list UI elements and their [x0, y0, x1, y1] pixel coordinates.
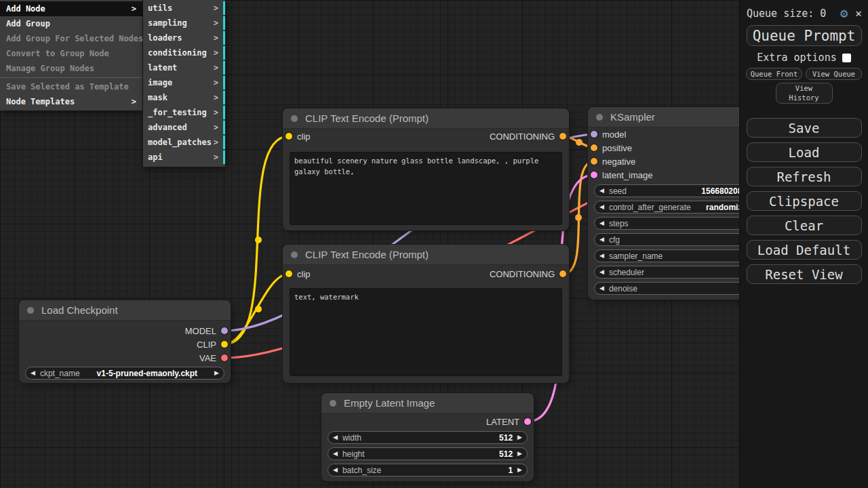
submenu-arrow-icon: >	[214, 18, 218, 28]
widget-scheduler[interactable]: ◀ scheduler ▶	[594, 266, 762, 279]
widget-batch-size[interactable]: ◀ batch_size 1 ▶	[328, 464, 528, 476]
submenu-arrow-icon: >	[132, 97, 136, 106]
add-node-submenu: utils> sampling> loaders> conditioning> …	[143, 0, 225, 167]
node-collapse-dot[interactable]	[596, 114, 603, 121]
widget-seed[interactable]: ◀ seed 1566802087 ▶	[594, 184, 762, 197]
save-button[interactable]: Save	[747, 118, 862, 138]
view-history-button[interactable]: View History	[776, 83, 833, 104]
port-label: LATENT	[486, 417, 519, 427]
node-collapse-dot[interactable]	[291, 115, 298, 122]
conditioning-port-dot[interactable]	[591, 144, 597, 151]
widget-ckpt-name[interactable]: ◀ ckpt_name v1-5-pruned-emaonly.ckpt ▶	[25, 367, 224, 380]
node-empty-latent-image[interactable]: Empty Latent Image LATENT ◀ width 512 ▶ …	[321, 393, 534, 481]
node-collapse-dot[interactable]	[330, 400, 336, 407]
prompt-textarea[interactable]: text, watermark	[290, 288, 562, 376]
increment-arrow-icon[interactable]: ▶	[517, 467, 522, 473]
decrement-arrow-icon[interactable]: ◀	[599, 269, 604, 275]
reset-view-button[interactable]: Reset View	[747, 264, 862, 284]
menu-item-manage-group-nodes: Manage Group Nodes	[0, 61, 142, 76]
increment-arrow-icon[interactable]: ▶	[517, 451, 522, 457]
node-title-bar[interactable]: CLIP Text Encode (Prompt)	[283, 245, 569, 265]
node-load-checkpoint[interactable]: Load Checkpoint MODEL CLIP VAE ◀ ckpt_na…	[19, 300, 231, 383]
queue-front-button[interactable]: Queue Front	[746, 68, 802, 80]
latent-port-dot[interactable]	[524, 418, 531, 425]
decrement-arrow-icon[interactable]: ◀	[599, 237, 604, 243]
submenu-item-conditioning[interactable]: conditioning>	[143, 46, 225, 60]
vae-port-dot[interactable]	[221, 354, 228, 361]
submenu-item-image[interactable]: image>	[143, 76, 225, 89]
menu-item-node-templates[interactable]: Node Templates >	[0, 94, 142, 109]
menu-item-add-group-for-selected: Add Group For Selected Nodes	[0, 31, 142, 46]
latent-port-dot[interactable]	[591, 171, 597, 178]
port-label: clip	[297, 131, 311, 142]
prev-arrow-icon[interactable]: ◀	[31, 370, 35, 376]
refresh-button[interactable]: Refresh	[747, 167, 862, 186]
clip-port-dot[interactable]	[221, 341, 228, 348]
clip-port-dot[interactable]	[285, 133, 292, 140]
output-port-latent: LATENT	[486, 416, 531, 427]
widget-control-after-generate[interactable]: ◀ control_after_generate randomize ▶	[594, 201, 762, 214]
widget-cfg[interactable]: ◀ cfg ▶	[594, 233, 762, 246]
prompt-textarea[interactable]: beautiful scenery nature glass bottle la…	[290, 152, 562, 225]
menu-item-add-group[interactable]: Add Group	[0, 16, 142, 31]
clip-port-dot[interactable]	[285, 270, 292, 277]
node-title: KSampler	[610, 111, 655, 123]
submenu-item-latent[interactable]: latent>	[143, 61, 225, 75]
submenu-item-model-patches[interactable]: model_patches>	[143, 136, 225, 149]
widget-sampler-name[interactable]: ◀ sampler_name ▶	[594, 249, 762, 262]
decrement-arrow-icon[interactable]: ◀	[599, 204, 604, 210]
node-clip-text-encode-negative[interactable]: CLIP Text Encode (Prompt) clip CONDITION…	[283, 245, 569, 383]
extra-options-label: Extra options	[757, 52, 836, 64]
node-collapse-dot[interactable]	[27, 307, 34, 314]
link-dot	[576, 139, 583, 146]
next-arrow-icon[interactable]: ▶	[214, 370, 219, 376]
conditioning-port-dot[interactable]	[559, 133, 566, 140]
node-collapse-dot[interactable]	[291, 251, 298, 258]
decrement-arrow-icon[interactable]: ◀	[333, 451, 338, 457]
conditioning-port-dot[interactable]	[559, 270, 566, 277]
queue-prompt-button[interactable]: Queue Prompt	[747, 25, 862, 46]
close-icon[interactable]: ✕	[855, 8, 862, 19]
port-label: MODEL	[185, 326, 216, 336]
widget-denoise[interactable]: ◀ denoise ▶	[594, 282, 762, 295]
model-port-dot[interactable]	[221, 327, 228, 334]
clipspace-button[interactable]: Clipspace	[747, 191, 862, 211]
decrement-arrow-icon[interactable]: ◀	[599, 188, 604, 194]
submenu-item-utils[interactable]: utils>	[143, 1, 225, 15]
submenu-item-for-testing[interactable]: _for_testing>	[143, 106, 225, 119]
clear-button[interactable]: Clear	[747, 216, 862, 235]
decrement-arrow-icon[interactable]: ◀	[333, 467, 338, 473]
submenu-arrow-icon: >	[214, 48, 218, 58]
port-label: negative	[602, 157, 635, 167]
submenu-item-loaders[interactable]: loaders>	[143, 31, 225, 45]
node-title-bar[interactable]: Load Checkpoint	[19, 300, 231, 321]
decrement-arrow-icon[interactable]: ◀	[599, 253, 604, 259]
queue-size-label: Queue size: 0	[747, 7, 826, 20]
conditioning-port-dot[interactable]	[591, 158, 597, 165]
view-queue-button[interactable]: View Queue	[806, 68, 862, 80]
increment-arrow-icon[interactable]: ▶	[517, 434, 522, 441]
load-default-button[interactable]: Load Default	[747, 240, 862, 260]
load-button[interactable]: Load	[747, 142, 862, 162]
settings-gear-icon[interactable]: ⚙	[840, 7, 848, 20]
node-title: Load Checkpoint	[41, 304, 118, 316]
extra-options-checkbox[interactable]	[842, 54, 851, 62]
node-clip-text-encode-positive[interactable]: CLIP Text Encode (Prompt) clip CONDITION…	[283, 108, 569, 230]
submenu-item-sampling[interactable]: sampling>	[143, 16, 225, 30]
submenu-arrow-icon: >	[214, 3, 218, 13]
widget-steps[interactable]: ◀ steps ▶	[594, 217, 762, 230]
submenu-item-mask[interactable]: mask>	[143, 91, 225, 104]
submenu-arrow-icon: >	[214, 152, 218, 162]
model-port-dot[interactable]	[591, 131, 597, 138]
widget-height[interactable]: ◀ height 512 ▶	[328, 447, 528, 460]
menu-item-add-node[interactable]: Add Node >	[0, 1, 142, 16]
submenu-item-api[interactable]: api>	[143, 150, 225, 164]
decrement-arrow-icon[interactable]: ◀	[599, 220, 604, 226]
widget-width[interactable]: ◀ width 512 ▶	[328, 431, 528, 444]
decrement-arrow-icon[interactable]: ◀	[599, 285, 604, 291]
node-title: Empty Latent Image	[344, 397, 435, 409]
node-title-bar[interactable]: Empty Latent Image	[321, 393, 534, 413]
node-title-bar[interactable]: CLIP Text Encode (Prompt)	[283, 108, 569, 129]
decrement-arrow-icon[interactable]: ◀	[333, 434, 338, 441]
submenu-item-advanced[interactable]: advanced>	[143, 121, 225, 134]
